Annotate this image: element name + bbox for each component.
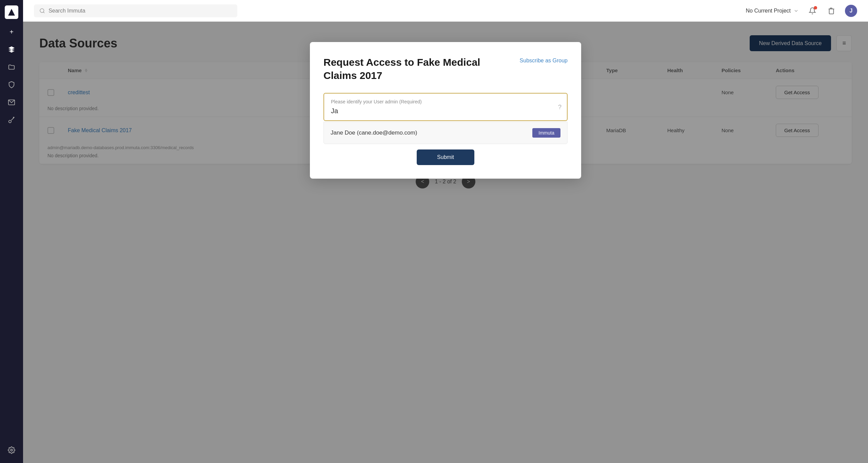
search-bar[interactable] xyxy=(34,4,237,17)
user-avatar[interactable]: J xyxy=(845,5,857,17)
sidebar-item-folder[interactable] xyxy=(4,60,19,75)
suggestion-name: Jane Doe (cane.doe@demo.com) xyxy=(331,129,417,136)
search-icon xyxy=(39,8,45,14)
chevron-down-icon xyxy=(793,8,799,14)
svg-line-2 xyxy=(11,117,14,120)
app-logo[interactable] xyxy=(5,5,18,19)
subscribe-as-group-link[interactable]: Subscribe as Group xyxy=(520,58,568,64)
sidebar-item-layers[interactable] xyxy=(4,42,19,57)
svg-point-6 xyxy=(40,8,44,12)
sidebar-item-key[interactable] xyxy=(4,113,19,127)
modal-overlay: Request Access to Fake Medical Claims 20… xyxy=(23,22,868,463)
main-content: No Current Project J Data Sources New De… xyxy=(23,0,868,463)
trash-icon-button[interactable] xyxy=(826,5,837,16)
notification-dot xyxy=(814,6,817,9)
help-icon[interactable]: ? xyxy=(558,103,561,110)
sidebar: + xyxy=(0,0,23,463)
sidebar-item-settings[interactable] xyxy=(4,443,19,458)
suggestion-dropdown: Jane Doe (cane.doe@demo.com) Immuta xyxy=(323,122,568,144)
project-label: No Current Project xyxy=(746,8,791,14)
topbar: No Current Project J xyxy=(23,0,868,22)
modal-header: Request Access to Fake Medical Claims 20… xyxy=(323,56,568,82)
input-label: Please identify your User admin (Require… xyxy=(331,99,560,104)
user-admin-input-container: Please identify your User admin (Require… xyxy=(323,93,568,121)
suggestion-item[interactable]: Jane Doe (cane.doe@demo.com) Immuta xyxy=(324,122,567,144)
sidebar-item-messages[interactable] xyxy=(4,95,19,110)
project-selector[interactable]: No Current Project xyxy=(746,8,799,14)
submit-button[interactable]: Submit xyxy=(417,149,474,165)
svg-point-5 xyxy=(11,449,13,451)
notifications-button[interactable] xyxy=(807,5,818,16)
user-admin-input[interactable] xyxy=(331,107,560,115)
svg-point-1 xyxy=(9,120,11,123)
request-access-modal: Request Access to Fake Medical Claims 20… xyxy=(310,42,581,179)
sidebar-item-add[interactable]: + xyxy=(4,24,19,39)
page-content: Data Sources New Derived Data Source ≡ N… xyxy=(23,22,868,463)
sidebar-item-shield[interactable] xyxy=(4,77,19,92)
suggestion-badge: Immuta xyxy=(532,128,560,138)
svg-line-7 xyxy=(43,12,44,13)
search-input[interactable] xyxy=(48,8,232,14)
modal-bottom: Submit xyxy=(323,144,568,165)
topbar-right: No Current Project J xyxy=(746,5,857,17)
modal-title: Request Access to Fake Medical Claims 20… xyxy=(323,56,507,82)
